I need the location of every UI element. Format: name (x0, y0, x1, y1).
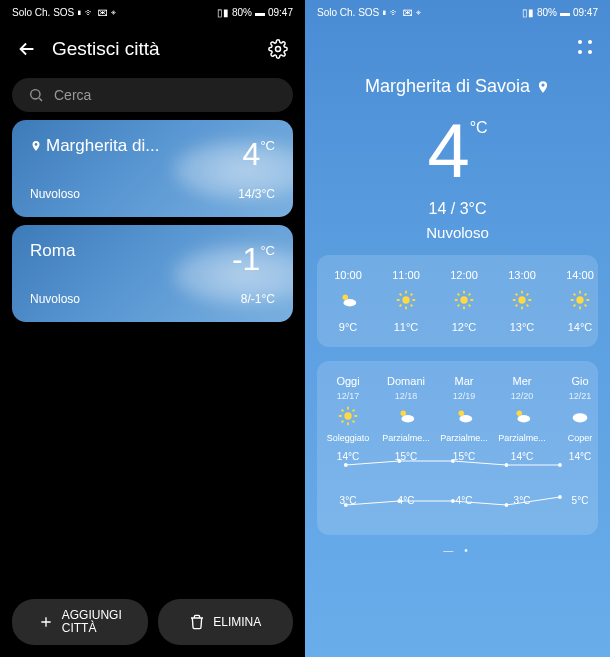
day-high: 14°C (319, 451, 377, 462)
delete-label: ELIMINA (213, 615, 261, 629)
day-condition: Parzialme... (498, 433, 546, 443)
svg-line-39 (585, 294, 587, 296)
svg-point-69 (558, 463, 562, 467)
svg-line-19 (469, 305, 471, 307)
svg-line-21 (469, 294, 471, 296)
svg-point-68 (505, 463, 509, 467)
location-icon (536, 80, 550, 94)
svg-line-12 (411, 294, 413, 296)
day-name: Mer (513, 375, 532, 387)
weather-icon (395, 405, 417, 429)
svg-line-38 (574, 305, 576, 307)
city-temp: -1°C (232, 241, 275, 278)
svg-point-2 (343, 295, 349, 301)
day-low: 3°C (493, 495, 551, 506)
svg-line-27 (516, 294, 518, 296)
day-item: Gio 12/21 Coper (551, 375, 598, 443)
add-city-button[interactable]: AGGIUNGICITTÀ (12, 599, 148, 645)
svg-point-49 (344, 412, 351, 419)
hour-temp: 14°C (568, 321, 593, 333)
day-condition: Parzialme... (382, 433, 430, 443)
day-name: Oggi (336, 375, 359, 387)
hour-item: 14:00 14°C (551, 269, 598, 333)
daily-forecast[interactable]: Oggi 12/17 SoleggiatoDomani 12/18 Parzia… (317, 361, 598, 535)
hour-item: 10:00 9°C (319, 269, 377, 333)
day-date: 12/19 (453, 391, 476, 401)
day-item: Mar 12/19 Parzialme... (435, 375, 493, 443)
battery-icon: ▬ (560, 7, 570, 18)
svg-point-4 (402, 296, 409, 303)
manage-cities-screen: Solo Ch. SOS ▮ ᯤ ✉ ◈ ▯▮ 80% ▬ 09:47 Gest… (0, 0, 305, 657)
svg-line-30 (527, 294, 529, 296)
add-city-label: AGGIUNGICITTÀ (62, 609, 122, 635)
day-name: Gio (571, 375, 588, 387)
signal-icon: ▮ ᯤ ✉ ◈ (382, 7, 420, 18)
svg-line-57 (353, 410, 355, 412)
hour-item: 11:00 11°C (377, 269, 435, 333)
day-high: 14°C (551, 451, 598, 462)
day-date: 12/17 (337, 391, 360, 401)
hour-temp: 13°C (510, 321, 535, 333)
day-high: 15°C (435, 451, 493, 462)
hourly-forecast[interactable]: 10:00 9°C11:00 11°C12:00 12°C13:00 13°C1… (317, 255, 598, 347)
day-item: Oggi 12/17 Soleggiato (319, 375, 377, 443)
svg-point-63 (517, 415, 530, 422)
svg-point-22 (518, 296, 525, 303)
city-card[interactable]: Margherita di... 4°C Nuvoloso 14/3°C (12, 120, 293, 217)
battery-level: 80% (537, 7, 557, 18)
day-low: 5°C (551, 495, 598, 506)
weather-icon (337, 289, 359, 313)
weather-icon (569, 289, 591, 313)
back-icon[interactable] (16, 38, 38, 60)
day-date: 12/18 (395, 391, 418, 401)
svg-line-20 (458, 305, 460, 307)
menu-icon[interactable] (578, 40, 594, 56)
city-card[interactable]: Roma -1°C Nuvoloso 8/-1°C (12, 225, 293, 322)
battery-icon: ▬ (255, 7, 265, 18)
svg-point-65 (344, 463, 348, 467)
day-date: 12/21 (569, 391, 592, 401)
trash-icon (189, 614, 205, 630)
svg-line-28 (527, 305, 529, 307)
hour-temp: 9°C (339, 321, 357, 333)
svg-line-29 (516, 305, 518, 307)
day-high: 15°C (377, 451, 435, 462)
page-title: Gestisci città (52, 38, 253, 60)
signal-icon: ▮ ᯤ ✉ ◈ (77, 7, 115, 18)
svg-line-54 (342, 410, 344, 412)
carrier-label: Solo Ch. SOS (317, 7, 379, 18)
svg-point-3 (343, 299, 356, 306)
hour-temp: 11°C (394, 321, 419, 333)
day-condition: Soleggiato (327, 433, 370, 443)
day-low: 4°C (435, 495, 493, 506)
weather-icon (511, 289, 533, 313)
day-name: Mar (455, 375, 474, 387)
current-temp: 4°C (305, 107, 610, 194)
search-input[interactable]: Cerca (12, 78, 293, 112)
weather-icon (511, 405, 533, 429)
day-date: 12/20 (511, 391, 534, 401)
day-condition: Parzialme... (440, 433, 488, 443)
svg-line-56 (342, 421, 344, 423)
carrier-label: Solo Ch. SOS (12, 7, 74, 18)
svg-line-10 (411, 305, 413, 307)
hour-time: 10:00 (334, 269, 362, 281)
hour-time: 12:00 (450, 269, 478, 281)
svg-point-60 (459, 411, 465, 417)
day-low: 4°C (377, 495, 435, 506)
status-bar: Solo Ch. SOS ▮ ᯤ ✉ ◈ ▯▮ 80% ▬ 09:47 (305, 0, 610, 24)
hour-item: 13:00 13°C (493, 269, 551, 333)
city-hilo: 14/3°C (238, 187, 275, 201)
condition-label: Nuvoloso (305, 224, 610, 241)
delete-button[interactable]: ELIMINA (158, 599, 294, 645)
day-item: Mer 12/20 Parzialme... (493, 375, 551, 443)
location-title: Margherita di Savoia (305, 76, 610, 97)
svg-point-58 (401, 411, 407, 417)
svg-point-13 (460, 296, 467, 303)
weather-detail-screen: Solo Ch. SOS ▮ ᯤ ✉ ◈ ▯▮ 80% ▬ 09:47 Marg… (305, 0, 610, 657)
hour-temp: 12°C (452, 321, 477, 333)
svg-line-9 (400, 294, 402, 296)
settings-icon[interactable] (267, 38, 289, 60)
day-high: 14°C (493, 451, 551, 462)
day-item: Domani 12/18 Parzialme... (377, 375, 435, 443)
